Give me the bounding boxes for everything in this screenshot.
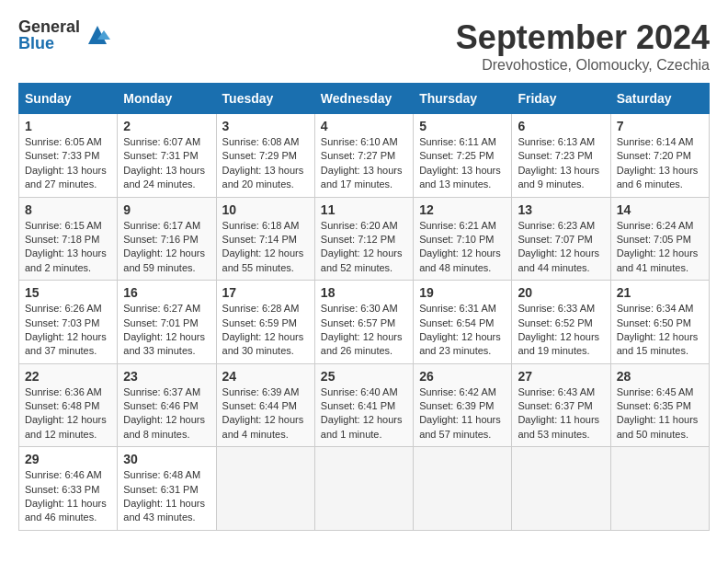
calendar-cell: 23Sunrise: 6:37 AM Sunset: 6:46 PM Dayli… [118,363,216,447]
cell-info: Sunrise: 6:10 AM Sunset: 7:27 PM Dayligh… [321,135,407,192]
cell-info: Sunrise: 6:48 AM Sunset: 6:31 PM Dayligh… [123,468,210,525]
calendar-cell: 24Sunrise: 6:39 AM Sunset: 6:44 PM Dayli… [216,363,314,447]
column-header-tuesday: Tuesday [216,84,314,114]
cell-info: Sunrise: 6:31 AM Sunset: 6:54 PM Dayligh… [419,302,506,359]
day-number: 5 [419,119,506,133]
cell-info: Sunrise: 6:07 AM Sunset: 7:31 PM Dayligh… [123,135,210,192]
calendar-cell: 20Sunrise: 6:33 AM Sunset: 6:52 PM Dayli… [512,281,610,364]
calendar-cell: 8Sunrise: 6:15 AM Sunset: 7:18 PM Daylig… [19,197,118,281]
cell-info: Sunrise: 6:14 AM Sunset: 7:20 PM Dayligh… [617,135,703,192]
cell-info: Sunrise: 6:36 AM Sunset: 6:48 PM Dayligh… [25,385,111,442]
day-number: 4 [321,119,407,133]
cell-info: Sunrise: 6:05 AM Sunset: 7:33 PM Dayligh… [25,135,111,192]
cell-info: Sunrise: 6:33 AM Sunset: 6:52 PM Dayligh… [518,302,604,359]
title-section: September 2024 Drevohostice, Olomoucky, … [456,18,710,74]
cell-info: Sunrise: 6:26 AM Sunset: 7:03 PM Dayligh… [25,302,111,359]
column-header-saturday: Saturday [610,84,709,114]
calendar-cell: 14Sunrise: 6:24 AM Sunset: 7:05 PM Dayli… [610,197,709,281]
day-number: 17 [222,285,309,300]
calendar-cell: 15Sunrise: 6:26 AM Sunset: 7:03 PM Dayli… [19,281,118,364]
day-number: 23 [123,369,210,384]
column-header-wednesday: Wednesday [314,84,413,114]
calendar-cell [512,447,610,531]
day-number: 24 [222,369,309,384]
calendar-cell: 22Sunrise: 6:36 AM Sunset: 6:48 PM Dayli… [19,363,118,447]
day-number: 9 [123,202,210,217]
cell-info: Sunrise: 6:13 AM Sunset: 7:23 PM Dayligh… [518,135,604,192]
column-header-thursday: Thursday [414,84,512,114]
calendar-header-row: SundayMondayTuesdayWednesdayThursdayFrid… [19,84,710,114]
calendar-week-row: 22Sunrise: 6:36 AM Sunset: 6:48 PM Dayli… [19,363,710,447]
calendar-cell: 16Sunrise: 6:27 AM Sunset: 7:01 PM Dayli… [118,281,216,364]
calendar-week-row: 1Sunrise: 6:05 AM Sunset: 7:33 PM Daylig… [19,114,710,198]
calendar-cell [216,447,314,531]
calendar-cell: 1Sunrise: 6:05 AM Sunset: 7:33 PM Daylig… [19,114,118,198]
cell-info: Sunrise: 6:30 AM Sunset: 6:57 PM Dayligh… [321,302,407,359]
calendar-week-row: 29Sunrise: 6:46 AM Sunset: 6:33 PM Dayli… [19,447,710,531]
day-number: 16 [123,285,210,300]
cell-info: Sunrise: 6:17 AM Sunset: 7:16 PM Dayligh… [123,219,210,276]
day-number: 15 [25,285,111,300]
day-number: 28 [617,369,703,384]
calendar-cell: 7Sunrise: 6:14 AM Sunset: 7:20 PM Daylig… [610,114,709,198]
calendar-table: SundayMondayTuesdayWednesdayThursdayFrid… [18,83,710,531]
calendar-cell: 13Sunrise: 6:23 AM Sunset: 7:07 PM Dayli… [512,197,610,281]
cell-info: Sunrise: 6:42 AM Sunset: 6:39 PM Dayligh… [419,385,506,442]
day-number: 18 [321,285,407,300]
month-title: September 2024 [456,18,710,57]
cell-info: Sunrise: 6:37 AM Sunset: 6:46 PM Dayligh… [123,385,210,442]
logo-blue-text: Blue [18,35,80,52]
column-header-monday: Monday [118,84,216,114]
cell-info: Sunrise: 6:15 AM Sunset: 7:18 PM Dayligh… [25,219,111,276]
page-header: General Blue September 2024 Drevohostice… [18,18,710,74]
day-number: 21 [617,285,703,300]
cell-info: Sunrise: 6:45 AM Sunset: 6:35 PM Dayligh… [617,385,703,442]
day-number: 7 [617,119,703,133]
day-number: 25 [321,369,407,384]
day-number: 29 [25,452,111,466]
cell-info: Sunrise: 6:20 AM Sunset: 7:12 PM Dayligh… [321,219,407,276]
calendar-cell: 17Sunrise: 6:28 AM Sunset: 6:59 PM Dayli… [216,281,314,364]
calendar-cell: 9Sunrise: 6:17 AM Sunset: 7:16 PM Daylig… [118,197,216,281]
column-header-sunday: Sunday [19,84,118,114]
location-subtitle: Drevohostice, Olomoucky, Czechia [456,57,710,74]
day-number: 13 [518,202,604,217]
logo: General Blue [18,18,111,52]
day-number: 8 [25,202,111,217]
day-number: 14 [617,202,703,217]
day-number: 6 [518,119,604,133]
calendar-cell: 11Sunrise: 6:20 AM Sunset: 7:12 PM Dayli… [314,197,413,281]
calendar-cell: 3Sunrise: 6:08 AM Sunset: 7:29 PM Daylig… [216,114,314,198]
calendar-cell: 2Sunrise: 6:07 AM Sunset: 7:31 PM Daylig… [118,114,216,198]
calendar-cell: 27Sunrise: 6:43 AM Sunset: 6:37 PM Dayli… [512,363,610,447]
logo-icon [84,21,111,49]
cell-info: Sunrise: 6:43 AM Sunset: 6:37 PM Dayligh… [518,385,604,442]
calendar-cell: 10Sunrise: 6:18 AM Sunset: 7:14 PM Dayli… [216,197,314,281]
day-number: 11 [321,202,407,217]
day-number: 19 [419,285,506,300]
cell-info: Sunrise: 6:21 AM Sunset: 7:10 PM Dayligh… [419,219,506,276]
calendar-week-row: 15Sunrise: 6:26 AM Sunset: 7:03 PM Dayli… [19,281,710,364]
day-number: 2 [123,119,210,133]
calendar-cell [610,447,709,531]
day-number: 3 [222,119,309,133]
day-number: 27 [518,369,604,384]
calendar-cell: 21Sunrise: 6:34 AM Sunset: 6:50 PM Dayli… [610,281,709,364]
calendar-cell: 4Sunrise: 6:10 AM Sunset: 7:27 PM Daylig… [314,114,413,198]
cell-info: Sunrise: 6:40 AM Sunset: 6:41 PM Dayligh… [321,385,407,442]
calendar-cell: 28Sunrise: 6:45 AM Sunset: 6:35 PM Dayli… [610,363,709,447]
day-number: 22 [25,369,111,384]
calendar-cell: 25Sunrise: 6:40 AM Sunset: 6:41 PM Dayli… [314,363,413,447]
calendar-cell: 30Sunrise: 6:48 AM Sunset: 6:31 PM Dayli… [118,447,216,531]
cell-info: Sunrise: 6:11 AM Sunset: 7:25 PM Dayligh… [419,135,506,192]
calendar-cell [414,447,512,531]
calendar-cell: 18Sunrise: 6:30 AM Sunset: 6:57 PM Dayli… [314,281,413,364]
day-number: 12 [419,202,506,217]
day-number: 1 [25,119,111,133]
logo-general-text: General [18,18,80,35]
calendar-week-row: 8Sunrise: 6:15 AM Sunset: 7:18 PM Daylig… [19,197,710,281]
day-number: 26 [419,369,506,384]
cell-info: Sunrise: 6:39 AM Sunset: 6:44 PM Dayligh… [222,385,309,442]
cell-info: Sunrise: 6:23 AM Sunset: 7:07 PM Dayligh… [518,219,604,276]
day-number: 20 [518,285,604,300]
